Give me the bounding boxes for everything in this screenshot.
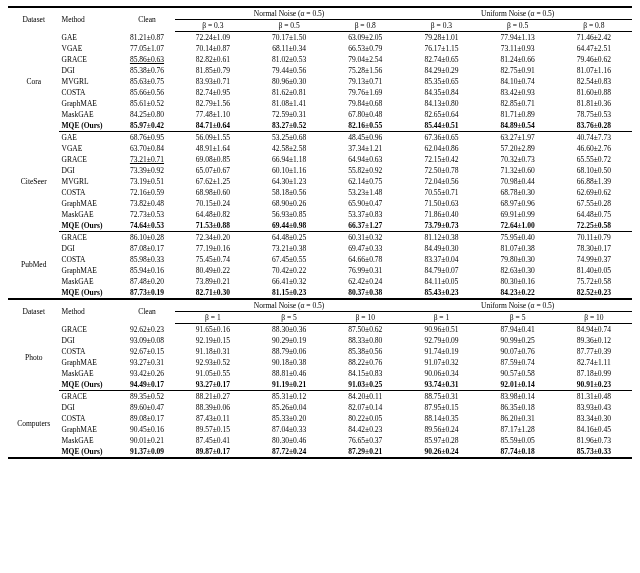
value-cell: 81.08±1.41 <box>251 98 327 109</box>
value-cell: 85.33±0.20 <box>251 413 327 424</box>
value-cell: 70.32±0.73 <box>480 154 556 165</box>
value-cell: 64.48±0.25 <box>251 232 327 244</box>
value-cell: 66.53±0.79 <box>327 43 403 54</box>
value-cell: 87.59±0.74 <box>480 357 556 368</box>
value-cell: 84.89±0.54 <box>480 120 556 132</box>
value-cell: 72.50±0.78 <box>403 165 479 176</box>
value-cell: 72.04±0.56 <box>403 176 479 187</box>
value-cell: 86.35±0.18 <box>480 402 556 413</box>
value-cell: 37.34±1.21 <box>327 143 403 154</box>
value-cell: 85.43±0.23 <box>403 287 479 299</box>
col-dataset: Dataset <box>8 8 59 32</box>
value-cell: 86.20±0.31 <box>480 413 556 424</box>
value-cell: 64.94±0.63 <box>327 154 403 165</box>
table-row: CoraGAE81.21±0.8772.24±1.0970.17±1.5063.… <box>8 32 632 44</box>
table-row: DGI85.38±0.7681.85±0.7979.44±0.5675.28±1… <box>8 65 632 76</box>
table-row: COSTA85.98±0.3375.45±0.7467.45±0.5564.66… <box>8 254 632 265</box>
value-cell: 81.81±0.36 <box>556 98 632 109</box>
value-cell: 56.93±0.85 <box>251 209 327 220</box>
table-row: MVGRL85.63±0.7583.93±0.7180.96±0.3079.13… <box>8 76 632 87</box>
beta-col: β = 0.5 <box>480 20 556 32</box>
value-cell: 84.79±0.07 <box>403 265 479 276</box>
table-row: ComputersGRACE89.35±0.5288.21±0.2785.31±… <box>8 391 632 403</box>
method-cell: GAE <box>59 32 119 44</box>
value-cell: 68.98±0.60 <box>175 187 251 198</box>
value-cell: 60.31±0.32 <box>327 232 403 244</box>
clean-cell: 93.42±0.26 <box>119 368 175 379</box>
table-row: GraphMAE90.45±0.1689.57±0.1587.04±0.3384… <box>8 424 632 435</box>
table-row: MQE (Ours)94.49±0.1793.27±0.1791.19±0.21… <box>8 379 632 391</box>
value-cell: 67.80±0.48 <box>327 109 403 120</box>
value-cell: 88.22±0.76 <box>327 357 403 368</box>
value-cell: 87.17±1.28 <box>480 424 556 435</box>
clean-cell: 85.61±0.52 <box>119 98 175 109</box>
value-cell: 70.42±0.22 <box>251 265 327 276</box>
value-cell: 90.06±0.34 <box>403 368 479 379</box>
method-cell: MaskGAE <box>59 435 119 446</box>
value-cell: 64.48±0.75 <box>556 209 632 220</box>
method-cell: MaskGAE <box>59 209 119 220</box>
value-cell: 88.21±0.27 <box>175 391 251 403</box>
value-cell: 87.94±0.41 <box>480 324 556 336</box>
value-cell: 64.47±2.51 <box>556 43 632 54</box>
value-cell: 66.94±1.18 <box>251 154 327 165</box>
value-cell: 48.45±0.96 <box>327 132 403 144</box>
value-cell: 82.79±1.56 <box>175 98 251 109</box>
value-cell: 68.90±0.26 <box>251 198 327 209</box>
value-cell: 82.74±0.65 <box>403 54 479 65</box>
value-cell: 81.40±0.05 <box>556 265 632 276</box>
clean-cell: 68.76±0.95 <box>119 132 175 144</box>
value-cell: 81.07±1.16 <box>556 65 632 76</box>
table-row: GraphMAE85.61±0.5282.79±1.5681.08±1.4179… <box>8 98 632 109</box>
value-cell: 84.94±0.74 <box>556 324 632 336</box>
value-cell: 77.19±0.16 <box>175 243 251 254</box>
method-cell: DGI <box>59 65 119 76</box>
dataset-cell: PubMed <box>8 232 59 299</box>
clean-cell: 81.21±0.87 <box>119 32 175 44</box>
value-cell: 87.45±0.41 <box>175 435 251 446</box>
value-cell: 75.28±1.56 <box>327 65 403 76</box>
value-cell: 81.71±0.89 <box>480 109 556 120</box>
beta-col: β = 0.3 <box>403 20 479 32</box>
value-cell: 48.91±1.64 <box>175 143 251 154</box>
value-cell: 73.11±0.93 <box>480 43 556 54</box>
value-cell: 71.86±0.40 <box>403 209 479 220</box>
table-row: MaskGAE93.42±0.2691.05±0.5588.81±0.4684.… <box>8 368 632 379</box>
value-cell: 89.57±0.15 <box>175 424 251 435</box>
value-cell: 91.65±0.16 <box>175 324 251 336</box>
value-cell: 81.15±0.23 <box>251 287 327 299</box>
value-cell: 91.07±0.32 <box>403 357 479 368</box>
method-cell: GRACE <box>59 154 119 165</box>
method-cell: GraphMAE <box>59 357 119 368</box>
clean-cell: 86.10±0.28 <box>119 232 175 244</box>
dataset-cell: Cora <box>8 32 59 132</box>
value-cell: 67.45±0.55 <box>251 254 327 265</box>
value-cell: 79.46±0.62 <box>556 54 632 65</box>
method-cell: DGI <box>59 402 119 413</box>
method-cell: MQE (Ours) <box>59 379 119 391</box>
value-cell: 71.32±0.60 <box>480 165 556 176</box>
beta-col: β = 10 <box>556 312 632 324</box>
clean-cell: 85.66±0.56 <box>119 87 175 98</box>
table-row: CiteSeerGAE68.76±0.9556.09±1.5553.25±0.6… <box>8 132 632 144</box>
beta-col: β = 1 <box>403 312 479 324</box>
value-cell: 66.41±0.32 <box>251 276 327 287</box>
value-cell: 80.30±0.16 <box>480 276 556 287</box>
value-cell: 72.24±1.09 <box>175 32 251 44</box>
value-cell: 81.12±0.38 <box>403 232 479 244</box>
beta-col: β = 0.8 <box>556 20 632 32</box>
value-cell: 88.75±0.31 <box>403 391 479 403</box>
clean-cell: 90.01±0.21 <box>119 435 175 446</box>
value-cell: 81.85±0.79 <box>175 65 251 76</box>
value-cell: 93.74±0.31 <box>403 379 479 391</box>
method-cell: GRACE <box>59 391 119 403</box>
value-cell: 87.95±0.15 <box>403 402 479 413</box>
value-cell: 87.04±0.33 <box>251 424 327 435</box>
value-cell: 62.69±0.62 <box>556 187 632 198</box>
method-cell: DGI <box>59 165 119 176</box>
value-cell: 90.07±0.76 <box>480 346 556 357</box>
value-cell: 79.76±1.69 <box>327 87 403 98</box>
method-cell: DGI <box>59 243 119 254</box>
method-cell: GRACE <box>59 232 119 244</box>
value-cell: 64.66±0.78 <box>327 254 403 265</box>
